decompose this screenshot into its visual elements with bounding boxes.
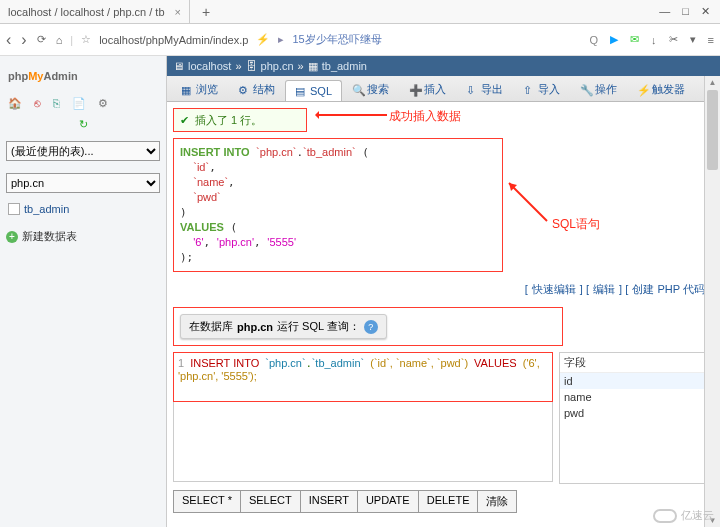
export-icon: ⇩ bbox=[466, 84, 478, 96]
close-tab-icon[interactable]: × bbox=[175, 6, 181, 18]
tab-title: localhost / localhost / php.cn / tb bbox=[8, 6, 165, 18]
query-window-icon[interactable]: ⎘ bbox=[53, 97, 60, 110]
query-header: 在数据库 php.cn 运行 SQL 查询： ? bbox=[180, 314, 387, 339]
back-icon[interactable]: ‹ bbox=[6, 31, 11, 49]
new-tab-button[interactable]: + bbox=[190, 4, 222, 20]
window-maximize-icon[interactable]: □ bbox=[682, 5, 689, 18]
tab-search[interactable]: 🔍搜索 bbox=[342, 77, 399, 101]
database-select[interactable]: php.cn bbox=[6, 173, 160, 193]
docs-icon[interactable]: 📄 bbox=[72, 97, 86, 110]
edit-link[interactable]: 编辑 bbox=[593, 283, 615, 295]
reload-nav-icon[interactable]: ↻ bbox=[79, 118, 88, 131]
sql-preview: INSERT INTO `php.cn`.`tb_admin` ( `id`, … bbox=[173, 138, 503, 272]
settings-icon[interactable]: ⚙ bbox=[98, 97, 108, 110]
news-link[interactable]: 15岁少年恐吓继母 bbox=[292, 32, 381, 47]
tab-import[interactable]: ⇧导入 bbox=[513, 77, 570, 101]
btn-select[interactable]: SELECT bbox=[241, 491, 301, 512]
tab-structure[interactable]: ⚙结构 bbox=[228, 77, 285, 101]
chat-icon[interactable]: ✉ bbox=[630, 33, 639, 46]
structure-icon: ⚙ bbox=[238, 84, 250, 96]
insert-icon: ➕ bbox=[409, 84, 421, 96]
btn-update[interactable]: UPDATE bbox=[358, 491, 419, 512]
home-icon[interactable]: ⌂ bbox=[56, 34, 63, 46]
sql-icon: ▤ bbox=[295, 85, 307, 97]
field-option[interactable]: pwd bbox=[560, 405, 713, 421]
main-panel: 🖥 localhost » 🗄 php.cn » ▦ tb_admin ▦浏览 … bbox=[167, 56, 720, 527]
browser-titlebar: localhost / localhost / php.cn / tb × + … bbox=[0, 0, 720, 24]
phpmyadmin-logo: phpMyAdmin bbox=[6, 62, 160, 93]
annotation-success: 成功插入数据 bbox=[389, 108, 461, 125]
db-crumb[interactable]: php.cn bbox=[261, 60, 294, 72]
browse-icon: ▦ bbox=[181, 84, 193, 96]
reload-icon[interactable]: ⟳ bbox=[37, 33, 46, 46]
plus-icon: + bbox=[6, 231, 18, 243]
home-icon[interactable]: 🏠 bbox=[8, 97, 22, 110]
btn-select-all[interactable]: SELECT * bbox=[174, 491, 241, 512]
btn-insert[interactable]: INSERT bbox=[301, 491, 358, 512]
search-icon: 🔍 bbox=[352, 84, 364, 96]
textarea-spacer[interactable] bbox=[173, 402, 553, 482]
annotation-arrow bbox=[317, 114, 387, 116]
tab-export[interactable]: ⇩导出 bbox=[456, 77, 513, 101]
tab-browse[interactable]: ▦浏览 bbox=[171, 77, 228, 101]
bookmark-star-icon[interactable]: ☆ bbox=[81, 33, 91, 46]
quick-edit-link[interactable]: 快速编辑 bbox=[532, 283, 576, 295]
crumb-arrow-icon: ▸ bbox=[278, 33, 284, 46]
extensions-icon[interactable]: ▾ bbox=[690, 33, 696, 46]
help-icon[interactable]: ? bbox=[364, 320, 378, 334]
download-icon[interactable]: ↓ bbox=[651, 34, 657, 46]
fields-list[interactable]: 字段 id name pwd bbox=[559, 352, 714, 484]
import-icon: ⇧ bbox=[523, 84, 535, 96]
browser-toolbar: ‹ › ⟳ ⌂ | ☆ localhost/phpMyAdmin/index.p… bbox=[0, 24, 720, 56]
logout-icon[interactable]: ⎋ bbox=[34, 97, 41, 110]
annotation-sql: SQL语句 bbox=[552, 216, 600, 233]
breadcrumb: 🖥 localhost » 🗄 php.cn » ▦ tb_admin bbox=[167, 56, 720, 76]
flash-icon[interactable]: ⚡ bbox=[256, 33, 270, 46]
btn-delete[interactable]: DELETE bbox=[419, 491, 479, 512]
window-minimize-icon[interactable]: — bbox=[659, 5, 670, 18]
check-icon: ✔ bbox=[180, 114, 189, 127]
scrollbar[interactable]: ▲ ▼ bbox=[704, 76, 720, 527]
cloud-icon bbox=[653, 509, 677, 523]
fields-header: 字段 bbox=[560, 353, 713, 373]
annotation-arrow-2 bbox=[507, 181, 552, 226]
field-option[interactable]: name bbox=[560, 389, 713, 405]
recent-tables-select[interactable]: (最近使用的表)... bbox=[6, 141, 160, 161]
tab-triggers[interactable]: ⚡触发器 bbox=[627, 77, 695, 101]
cut-icon[interactable]: ✂ bbox=[669, 33, 678, 46]
browser-tab[interactable]: localhost / localhost / php.cn / tb × bbox=[0, 0, 190, 23]
tab-sql[interactable]: ▤SQL bbox=[285, 80, 342, 101]
scroll-up-icon[interactable]: ▲ bbox=[705, 78, 720, 87]
sql-textarea[interactable]: 1 INSERT INTO `php.cn`.`tb_admin` (`id`,… bbox=[173, 352, 553, 402]
url-text[interactable]: localhost/phpMyAdmin/index.p bbox=[99, 34, 248, 46]
table-tree-item[interactable]: tb_admin bbox=[8, 203, 158, 215]
forward-icon[interactable]: › bbox=[21, 31, 26, 49]
table-name: tb_admin bbox=[24, 203, 69, 215]
action-links: [ 快速编辑 ] [ 编辑 ] [ 创建 PHP 代码 ] bbox=[167, 278, 720, 301]
query-box: 在数据库 php.cn 运行 SQL 查询： ? bbox=[173, 307, 563, 346]
operations-icon: 🔧 bbox=[580, 84, 592, 96]
field-option[interactable]: id bbox=[560, 373, 713, 389]
sidebar: phpMyAdmin 🏠 ⎋ ⎘ 📄 ⚙ ↻ (最近使用的表)... php.c… bbox=[0, 56, 167, 527]
tab-insert[interactable]: ➕插入 bbox=[399, 77, 456, 101]
server-icon: 🖥 bbox=[173, 60, 184, 72]
scroll-thumb[interactable] bbox=[707, 90, 718, 170]
tab-operations[interactable]: 🔧操作 bbox=[570, 77, 627, 101]
table-crumb[interactable]: tb_admin bbox=[322, 60, 367, 72]
success-message: ✔ 插入了 1 行。 bbox=[173, 108, 307, 132]
sql-buttons: SELECT * SELECT INSERT UPDATE DELETE 清除 bbox=[173, 490, 517, 513]
watermark: 亿速云 bbox=[653, 508, 714, 523]
triggers-icon: ⚡ bbox=[637, 84, 649, 96]
play-icon[interactable]: ▶ bbox=[610, 33, 618, 46]
create-php-link[interactable]: 创建 PHP 代码 bbox=[632, 283, 705, 295]
server-crumb[interactable]: localhost bbox=[188, 60, 231, 72]
window-close-icon[interactable]: ✕ bbox=[701, 5, 710, 18]
btn-clear[interactable]: 清除 bbox=[478, 491, 516, 512]
search-icon[interactable]: Q bbox=[590, 34, 599, 46]
menu-icon[interactable]: ≡ bbox=[708, 34, 714, 46]
tab-bar: ▦浏览 ⚙结构 ▤SQL 🔍搜索 ➕插入 ⇩导出 ⇧导入 🔧操作 ⚡触发器 bbox=[167, 76, 720, 102]
create-table-link[interactable]: + 新建数据表 bbox=[6, 229, 160, 244]
table-icon bbox=[8, 203, 20, 215]
db-icon: 🗄 bbox=[246, 60, 257, 72]
table-icon: ▦ bbox=[308, 60, 318, 73]
